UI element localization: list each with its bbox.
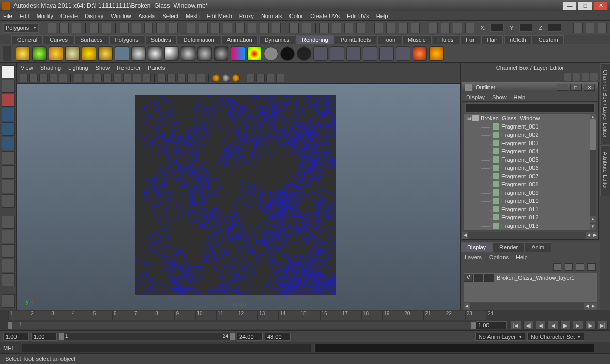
layout-button[interactable] — [374, 23, 384, 33]
shelf-handle[interactable] — [3, 46, 11, 61]
layout-button-4[interactable] — [411, 23, 420, 33]
layout-single[interactable] — [2, 216, 15, 229]
show-manip-tool[interactable] — [2, 180, 15, 193]
outliner-item-fragment[interactable]: Fragment_006 — [464, 164, 596, 172]
shelf-tab-curves[interactable]: Curves — [44, 35, 73, 44]
paint-icon[interactable] — [413, 46, 427, 61]
layout-three[interactable] — [2, 273, 15, 287]
anim-start-input[interactable]: 1.00 — [3, 333, 29, 341]
layer-icon-4[interactable] — [587, 263, 596, 271]
render-icon-1[interactable] — [313, 46, 328, 61]
play-back-button[interactable]: ◀ — [548, 321, 558, 330]
phonge-icon[interactable] — [181, 46, 195, 61]
vp-btn[interactable] — [266, 74, 274, 82]
shelf-tab-dynamics[interactable]: Dynamics — [259, 35, 295, 44]
menu-select[interactable]: Select — [162, 13, 178, 19]
render-icon-3[interactable] — [346, 46, 361, 61]
vp-btn[interactable] — [276, 74, 284, 82]
anim-end-input[interactable]: 48.00 — [265, 333, 291, 341]
select-mask-button[interactable] — [120, 23, 129, 33]
go-end-button[interactable]: ▶| — [598, 321, 608, 330]
vp-btn[interactable] — [177, 74, 186, 82]
lhscroll-right-2[interactable]: ◀ — [584, 303, 590, 310]
new-cam-icon[interactable] — [115, 46, 129, 61]
coord-z-input[interactable] — [548, 24, 561, 32]
outliner-menu-show[interactable]: Show — [492, 94, 507, 100]
snap-button-6[interactable] — [248, 23, 257, 33]
menu-display[interactable]: Display — [85, 13, 103, 19]
vtab-channelbox[interactable]: Channel Box / Layer Editor — [600, 63, 610, 144]
use-bg-icon[interactable] — [247, 46, 262, 61]
paint-select-tool[interactable] — [2, 94, 15, 107]
charset-dropdown[interactable]: No Character Set — [527, 333, 584, 341]
coord-y-input[interactable] — [519, 24, 532, 32]
shelf-tab-toon[interactable]: Toon — [377, 35, 401, 44]
shelf-tab-custom[interactable]: Custom — [533, 35, 564, 44]
range-slider-handle-l[interactable] — [59, 333, 64, 340]
render-button[interactable] — [319, 23, 329, 33]
shelf-tab-painteffects[interactable]: PaintEffects — [335, 35, 377, 44]
menu-window[interactable]: Window — [111, 13, 131, 19]
vtab-attribute[interactable]: Attribute Editor — [600, 145, 610, 196]
vpmenu-show[interactable]: Show — [96, 65, 110, 71]
menu-editmesh[interactable]: Edit Mesh — [207, 13, 232, 19]
snap-curve-button[interactable] — [199, 23, 208, 33]
graph-button[interactable] — [441, 23, 450, 33]
ipr-button[interactable] — [332, 23, 341, 33]
vpmenu-view[interactable]: View — [21, 65, 33, 71]
delete-layer-icon[interactable] — [565, 263, 573, 271]
close-button[interactable]: ✕ — [593, 1, 608, 10]
script-button[interactable] — [598, 344, 607, 352]
vpmenu-panels[interactable]: Panels — [148, 65, 165, 71]
open-scene-button[interactable] — [59, 23, 69, 33]
redo-button[interactable] — [102, 23, 111, 33]
aniso-icon[interactable] — [197, 46, 212, 61]
chan-tool-3[interactable] — [582, 73, 589, 81]
layer-menu-options[interactable]: Options — [489, 254, 509, 260]
layer-menu-help[interactable]: Help — [516, 254, 528, 260]
scroll-down-arrow[interactable]: ▼ — [590, 224, 596, 230]
step-fwd-key-button[interactable]: |▶ — [585, 321, 596, 330]
playback-end-input[interactable]: 24.00 — [237, 333, 263, 341]
select-mask-button-2[interactable] — [132, 23, 141, 33]
menu-assets[interactable]: Assets — [138, 13, 155, 19]
dir-light-icon[interactable] — [16, 46, 30, 61]
shelf-tab-ncloth[interactable]: nCloth — [504, 35, 532, 44]
vol-light-icon[interactable] — [98, 46, 113, 61]
playback-start-input[interactable]: 1.00 — [31, 333, 57, 341]
outliner-close-button[interactable]: ✕ — [584, 84, 595, 91]
menu-file[interactable]: File — [3, 13, 12, 19]
scale-tool[interactable] — [2, 137, 15, 150]
script-button[interactable] — [453, 23, 462, 33]
vp-btn[interactable] — [113, 74, 121, 82]
shelf-overflow-icon[interactable] — [590, 37, 599, 44]
autokey-button[interactable] — [586, 333, 596, 341]
paintfx-icon[interactable] — [429, 46, 444, 61]
outliner-item-fragment[interactable]: Fragment_013 — [464, 221, 596, 230]
vp-btn[interactable] — [123, 74, 131, 82]
render-icon-5[interactable] — [379, 46, 394, 61]
hscroll-right-2[interactable]: ◀ — [586, 232, 592, 239]
layered-icon[interactable] — [231, 46, 245, 61]
amb-light-icon[interactable] — [82, 46, 96, 61]
phong-icon[interactable] — [164, 46, 179, 61]
select-tool[interactable] — [2, 65, 15, 78]
new-scene-button[interactable] — [48, 23, 57, 33]
step-back-key-button[interactable]: ◀| — [523, 321, 533, 330]
lambert-icon[interactable] — [131, 46, 146, 61]
maximize-button[interactable]: □ — [578, 1, 592, 10]
snap-point-button[interactable] — [211, 23, 220, 33]
vp-btn[interactable] — [94, 74, 102, 82]
outliner-item-fragment[interactable]: Fragment_004 — [464, 147, 596, 155]
rotate-tool[interactable] — [2, 122, 15, 136]
select-mask-button-3[interactable] — [144, 23, 154, 33]
hypershade-button[interactable] — [429, 23, 438, 33]
select-mask-button-4[interactable] — [156, 23, 165, 33]
layer-color-toggle[interactable] — [484, 274, 494, 282]
snap-button-8[interactable] — [272, 23, 281, 33]
layout-two-h[interactable] — [2, 244, 15, 258]
outliner-item-fragment[interactable]: Fragment_009 — [464, 188, 596, 197]
vp-btn[interactable] — [84, 74, 92, 82]
snap-plane-button[interactable] — [223, 23, 232, 33]
viewport[interactable]: y x z persp — [17, 84, 460, 310]
